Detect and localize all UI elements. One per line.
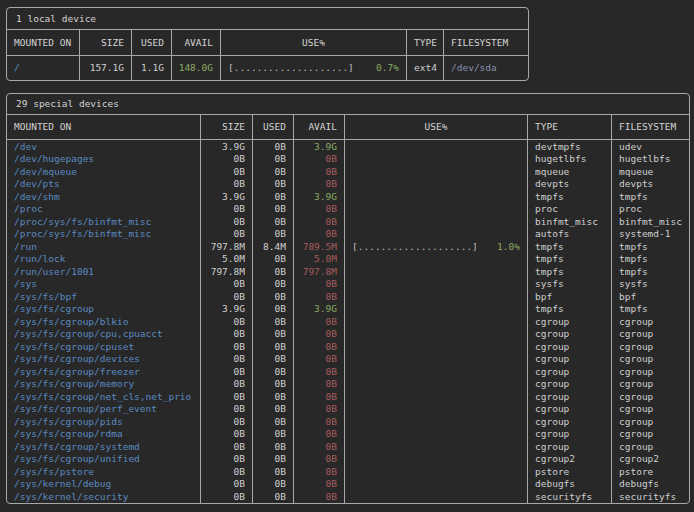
size-cell: 0B [200, 153, 252, 166]
filesystem-cell: udev [611, 140, 689, 153]
table-row: /sys/fs/cgroup/blkio 0B 0B 0B cgroup cgr… [7, 315, 689, 328]
filesystem-cell: cgroup [611, 390, 689, 403]
avail-cell: 0B [293, 365, 344, 378]
use-percent-cell [344, 190, 527, 203]
filesystem-cell: bpf [611, 290, 689, 303]
table-row: /sys/kernel/security 0B 0B 0B securityfs… [7, 490, 689, 503]
type-cell: cgroup [527, 340, 611, 353]
type-cell: sysfs [527, 278, 611, 291]
used-cell: 8.4M [252, 240, 293, 253]
use-percent-cell [344, 365, 527, 378]
used-cell: 0B [252, 215, 293, 228]
size-cell: 0B [200, 365, 252, 378]
use-percent-cell [344, 340, 527, 353]
used-cell: 0B [252, 165, 293, 178]
filesystem-cell: mqueue [611, 165, 689, 178]
filesystem-cell: cgroup [611, 328, 689, 341]
type-cell: mqueue [527, 165, 611, 178]
mount-point-cell: /sys/fs/cgroup/devices [7, 353, 200, 366]
table-row: /run/lock 5.0M 0B 5.0M tmpfs tmpfs [7, 253, 689, 266]
filesystem-cell: pstore [611, 465, 689, 478]
mount-point-cell: /dev [7, 140, 200, 153]
size-cell: 3.9G [200, 303, 252, 316]
mount-point-cell: /sys/fs/cgroup/pids [7, 415, 200, 428]
filesystem-cell: hugetlbfs [611, 153, 689, 166]
use-percent-cell [344, 465, 527, 478]
filesystem-cell: tmpfs [611, 265, 689, 278]
used-cell: 0B [252, 415, 293, 428]
mount-point-cell: /dev/hugepages [7, 153, 200, 166]
type-cell: cgroup [527, 365, 611, 378]
table-row: /sys/kernel/debug 0B 0B 0B debugfs debug… [7, 478, 689, 491]
mount-point-cell: /proc/sys/fs/binfmt_misc [7, 228, 200, 241]
mount-point-cell: /sys/fs/cgroup/cpu,cpuacct [7, 328, 200, 341]
avail-cell: 0B [293, 465, 344, 478]
use-percent-cell [344, 478, 527, 491]
header-mounted-on: MOUNTED ON [7, 115, 200, 139]
header-size: SIZE [79, 30, 131, 55]
use-percent-cell [344, 253, 527, 266]
use-percent-cell [344, 228, 527, 241]
type-cell: bpf [527, 290, 611, 303]
size-cell: 0B [200, 228, 252, 241]
size-cell: 0B [200, 440, 252, 453]
local-devices-table: 1 local device MOUNTED ON SIZE USED AVAI… [6, 7, 529, 81]
size-cell: 0B [200, 215, 252, 228]
table-row: /sys/fs/cgroup/perf_event 0B 0B 0B cgrou… [7, 403, 689, 416]
size-cell: 0B [200, 353, 252, 366]
filesystem-cell: cgroup [611, 365, 689, 378]
terminal-output: 1 local device MOUNTED ON SIZE USED AVAI… [6, 7, 688, 504]
type-cell: cgroup [527, 353, 611, 366]
avail-cell: 5.0M [293, 253, 344, 266]
use-percent-cell: [....................] 0.7% [220, 56, 406, 80]
mount-point-cell: /sys/fs/cgroup/cpuset [7, 340, 200, 353]
mount-point-cell: / [7, 56, 79, 80]
size-cell: 0B [200, 340, 252, 353]
table-row: /dev 3.9G 0B 3.9G devtmpfs udev [7, 140, 689, 153]
type-cell: securityfs [527, 490, 611, 503]
table-body: /dev 3.9G 0B 3.9G devtmpfs udev /dev/hug… [7, 140, 689, 503]
mount-point-cell: /dev/mqueue [7, 165, 200, 178]
avail-cell: 789.5M [293, 240, 344, 253]
usage-percent-value: 0.7% [376, 63, 399, 73]
filesystem-cell: binfmt_misc [611, 215, 689, 228]
used-cell: 0B [252, 390, 293, 403]
table-header: MOUNTED ON SIZE USED AVAIL USE% TYPE FIL… [7, 115, 689, 140]
table-row: /dev/mqueue 0B 0B 0B mqueue mqueue [7, 165, 689, 178]
header-use-percent: USE% [220, 30, 406, 55]
type-cell: cgroup [527, 403, 611, 416]
avail-cell: 0B [293, 378, 344, 391]
avail-cell: 0B [293, 290, 344, 303]
mount-point-cell: /sys/fs/cgroup/perf_event [7, 403, 200, 416]
avail-cell: 0B [293, 490, 344, 503]
used-cell: 0B [252, 440, 293, 453]
mount-point-cell: /dev/shm [7, 190, 200, 203]
size-cell: 0B [200, 465, 252, 478]
table-header: MOUNTED ON SIZE USED AVAIL USE% TYPE FIL… [7, 30, 528, 56]
size-cell: 0B [200, 278, 252, 291]
type-cell: devtmpfs [527, 140, 611, 153]
header-mounted-on: MOUNTED ON [7, 30, 79, 55]
use-percent-cell [344, 290, 527, 303]
header-avail: AVAIL [171, 30, 220, 55]
size-cell: 0B [200, 453, 252, 466]
use-percent-cell [344, 403, 527, 416]
table-row: /sys/fs/cgroup/unified 0B 0B 0B cgroup2 … [7, 453, 689, 466]
mount-point-cell: /sys/fs/cgroup/net_cls,net_prio [7, 390, 200, 403]
table-title-special: 29 special devices [7, 94, 689, 115]
filesystem-cell: cgroup [611, 440, 689, 453]
size-cell: 3.9G [200, 140, 252, 153]
avail-cell: 0B [293, 453, 344, 466]
used-cell: 0B [252, 365, 293, 378]
used-cell: 0B [252, 303, 293, 316]
avail-cell: 3.9G [293, 303, 344, 316]
avail-cell: 0B [293, 165, 344, 178]
mount-point-cell: /sys/fs/cgroup/memory [7, 378, 200, 391]
size-cell: 0B [200, 203, 252, 216]
use-percent-cell [344, 440, 527, 453]
table-row: /dev/shm 3.9G 0B 3.9G tmpfs tmpfs [7, 190, 689, 203]
table-row: /sys/fs/pstore 0B 0B 0B pstore pstore [7, 465, 689, 478]
table-title-local: 1 local device [7, 8, 528, 30]
usage-bar: [....................] [228, 63, 354, 73]
used-cell: 0B [252, 403, 293, 416]
